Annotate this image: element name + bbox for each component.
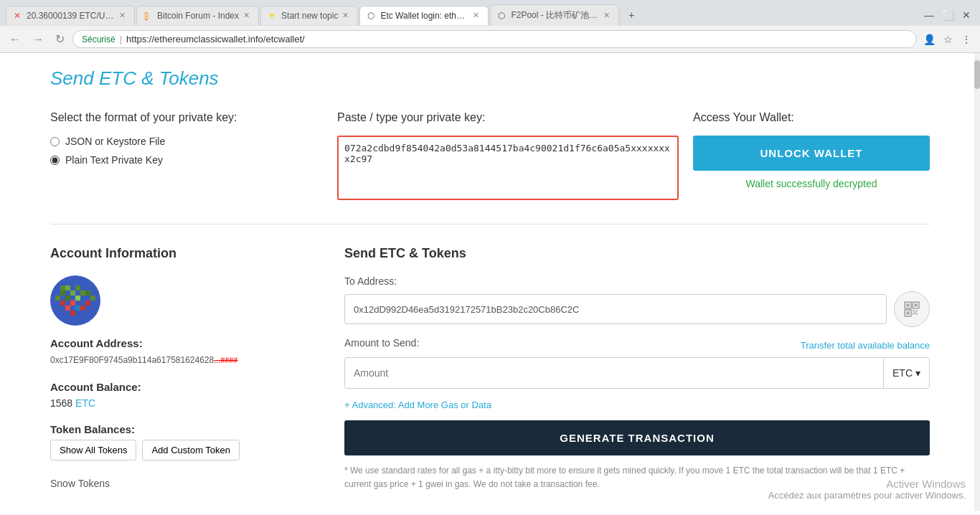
tab-favicon-etcwallet: ⬡ [367,11,377,21]
radio-json-input[interactable] [50,137,60,146]
tab-etcwallet[interactable]: ⬡ Etc Wallet login: ethereu... ✕ [359,6,489,25]
advanced-link[interactable]: + Advanced: Add More Gas or Data [344,400,491,410]
chevron-down-icon: ▾ [915,367,920,379]
radio-json[interactable]: JSON or Keystore File [50,136,323,147]
account-info-col: Account Information [50,246,323,496]
currency-dropdown[interactable]: ETC ▾ [883,358,929,388]
tab-favicon-bitcoin: ₿ [144,11,154,21]
tab-close-bitcoin[interactable]: ✕ [242,11,251,20]
browser-chrome: ✕ 20.36000139 ETC/USDT T... ✕ ₿ Bitcoin … [0,0,980,53]
token-label: Token Balances: [50,423,323,435]
scrollbar-thumb[interactable] [974,60,980,89]
reload-button[interactable]: ↻ [52,31,68,47]
svg-rect-14 [85,301,90,306]
page-content: Send ETC & Tokens Select the format of y… [0,53,980,511]
paste-label: Paste / type your private key: [337,111,679,124]
balance-currency: ETC [75,397,95,409]
amount-input[interactable] [345,358,883,388]
snow-tokens: Snow Tokens [50,471,323,496]
back-button[interactable]: ← [6,32,24,47]
address-text: https://ethereumclassicwallet.info/etcwa… [126,34,305,44]
svg-rect-3 [75,285,80,290]
menu-icon[interactable]: ⋮ [958,32,974,47]
svg-rect-11 [90,296,95,301]
svg-rect-24 [906,311,909,314]
svg-rect-12 [60,301,65,306]
svg-rect-8 [55,296,60,301]
bookmark-icon[interactable]: ☆ [940,32,956,47]
svg-rect-28 [916,313,918,315]
tab-title-f2pool: F2Pool - 比特币矿池, 差... [511,9,599,22]
access-wallet-col: Access Your Wallet: UNLOCK WALLET Wallet… [693,111,930,202]
account-info-title: Account Information [50,246,323,261]
svg-rect-9 [65,296,70,301]
qr-code-button[interactable] [894,291,930,327]
tab-f2pool[interactable]: ⬡ F2Pool - 比特币矿池, 差... ✕ [490,4,619,26]
address-label: Account Address: [50,337,323,349]
private-key-col: Paste / type your private key: 072a2cdbd… [337,111,679,202]
tab-close-newtopic[interactable]: ✕ [341,11,350,20]
tab-newtopic[interactable]: ✦ Start new topic ✕ [260,6,358,25]
svg-rect-1 [60,285,65,290]
format-selection-col: Select the format of your private key: J… [50,111,323,202]
private-key-textarea[interactable]: 072a2cdbd9f854042a0d53a8144517ba4c90021d… [337,136,679,200]
qr-icon [904,301,920,317]
tab-close-trading[interactable]: ✕ [118,11,127,20]
main-inner: Send ETC & Tokens Select the format of y… [0,53,980,511]
svg-rect-17 [70,311,75,316]
currency-label: ETC [892,367,913,379]
radio-json-label: JSON or Keystore File [65,136,165,147]
page-heading: Send ETC & Tokens [50,53,930,97]
add-custom-token-button[interactable]: Add Custom Token [142,440,240,460]
address-input-row [344,291,930,327]
amount-row: Amount to Send: Transfer total available… [344,337,930,353]
transfer-total-link[interactable]: Transfer total available balance [801,340,930,351]
tab-close-f2pool[interactable]: ✕ [602,11,611,20]
address-bar[interactable]: Sécurisé | https://ethereumclassicwallet… [72,30,917,48]
svg-rect-16 [80,306,85,311]
forward-button[interactable]: → [29,32,47,47]
balance-value: 1568 ETC [50,397,323,409]
unlock-wallet-button[interactable]: UNLOCK WALLET [693,136,930,171]
scrollbar[interactable] [974,53,980,511]
tab-favicon-trading: ✕ [14,11,24,21]
to-address-group: To Address: [344,275,930,327]
radio-plaintext[interactable]: Plain Text Private Key [50,154,323,166]
svg-rect-18 [75,306,80,311]
access-label: Access Your Wallet: [693,111,930,124]
svg-rect-6 [80,290,85,296]
radio-plaintext-input[interactable] [50,156,60,165]
send-title: Send ETC & Tokens [344,246,930,261]
tab-title-trading: 20.36000139 ETC/USDT T... [27,11,115,21]
tab-trading[interactable]: ✕ 20.36000139 ETC/USDT T... ✕ [6,6,135,25]
svg-rect-5 [70,290,75,296]
svg-rect-13 [70,301,75,306]
account-avatar [50,275,100,326]
tab-bitcoin[interactable]: ₿ Bitcoin Forum - Index ✕ [136,6,259,25]
gas-note: * We use standard rates for all gas + a … [344,464,930,491]
to-address-input[interactable] [344,294,887,324]
profile-icon[interactable]: 👤 [921,32,937,47]
new-tab-button[interactable]: + [623,7,639,23]
to-address-label: To Address: [344,275,930,287]
show-all-tokens-button[interactable]: Show All Tokens [50,440,136,460]
tab-favicon-newtopic: ✦ [268,11,278,21]
bottom-section: Account Information [50,225,930,511]
toolbar-icons: 👤 ☆ ⋮ [921,32,974,47]
secure-badge: Sécurisé [82,34,116,44]
svg-rect-20 [906,303,909,306]
tab-bar: ✕ 20.36000139 ETC/USDT T... ✕ ₿ Bitcoin … [0,0,980,26]
svg-rect-22 [914,303,917,306]
maximize-button[interactable]: ⬜ [940,7,956,23]
svg-rect-27 [913,313,914,315]
tab-close-etcwallet[interactable]: ✕ [471,11,481,20]
close-button[interactable]: ✕ [958,7,974,23]
svg-rect-26 [916,310,918,311]
minimize-button[interactable]: — [921,7,937,23]
account-address: 0xc17E9F80F9745a9b114a617581624628...###… [50,354,323,367]
amount-label: Amount to Send: [344,337,419,349]
generate-transaction-button[interactable]: GENERATE TRANSACTION [344,420,930,455]
balance-label: Account Balance: [50,381,323,393]
success-message: Wallet successfully decrypted [693,178,930,189]
tab-favicon-f2pool: ⬡ [498,11,508,21]
